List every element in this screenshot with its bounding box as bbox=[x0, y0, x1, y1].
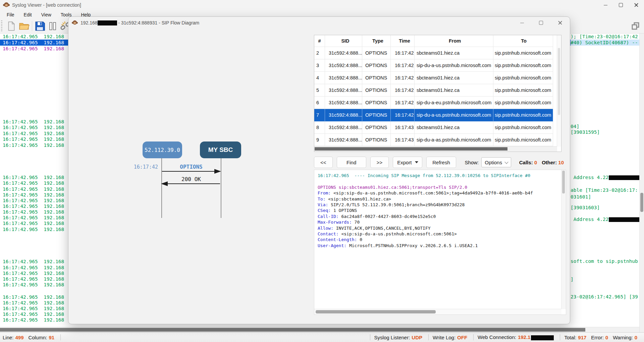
main-horizontal-scrollbar[interactable] bbox=[0, 327, 639, 332]
log-line[interactable]: 16:17:42.965 192.168 bbox=[3, 119, 64, 125]
log-line[interactable]: 16:17:42.965 192.168 bbox=[3, 46, 64, 52]
log-line-fragment[interactable]: 031601] bbox=[571, 194, 591, 200]
log-line[interactable]: 16:17:42.965 192.168 bbox=[3, 220, 64, 226]
log-line[interactable]: 16:17:42.965 192.168 bbox=[3, 300, 64, 306]
log-line-fragment[interactable]: soft.com to sip.pstnhub bbox=[571, 258, 638, 264]
flow-table-head: #SIDTypeTimeFromTo bbox=[314, 35, 561, 47]
flow-table-row[interactable]: 731c592:4:888...OPTIONS16:17:42sip-du-a-… bbox=[314, 109, 561, 121]
redaction-box bbox=[98, 20, 117, 25]
log-line[interactable]: 16:17:42.965 192.168 bbox=[3, 305, 64, 311]
log-line-fragment[interactable]: [39031603] bbox=[571, 205, 600, 211]
table-horizontal-scrollbar[interactable] bbox=[314, 146, 557, 152]
log-line-fragment[interactable]: able [Time:23-02@16:17: bbox=[571, 187, 638, 193]
column-header-to[interactable]: To bbox=[493, 35, 553, 47]
main-horizontal-scrollbar-thumb[interactable] bbox=[0, 328, 585, 332]
flow-table-body: 231c592:4:888...OPTIONS16:17:42sbcteams0… bbox=[314, 47, 561, 146]
new-file-button[interactable] bbox=[5, 20, 18, 32]
pause-button[interactable] bbox=[46, 20, 59, 32]
flow-table-row[interactable]: 831c592:4:888...OPTIONS16:17:43sbcteams0… bbox=[314, 121, 561, 134]
column-header-num[interactable]: # bbox=[314, 35, 325, 47]
log-line[interactable]: 16:17:42.965 192.168 bbox=[3, 270, 64, 276]
maximize-button[interactable] bbox=[613, 0, 629, 10]
sip-flow-dialog: 192.168 - 31c592:4:888931 - SIP Flow Dia… bbox=[68, 16, 570, 324]
close-button[interactable] bbox=[629, 0, 644, 10]
menu-view[interactable]: View bbox=[37, 11, 56, 18]
sip-message-pane[interactable]: 16:17:42.965 ---- Incoming SIP Message f… bbox=[314, 170, 566, 315]
log-line[interactable]: 16:17:42.965 192.168 bbox=[3, 197, 64, 204]
show-filter-value: Options bbox=[485, 160, 502, 165]
message-horizontal-scrollbar[interactable] bbox=[314, 309, 561, 315]
menu-file[interactable]: File bbox=[2, 11, 19, 18]
save-floppy-icon bbox=[35, 21, 45, 31]
save-button[interactable] bbox=[34, 20, 46, 32]
log-line[interactable]: 16:17:42.965 192.168 bbox=[3, 226, 64, 232]
flow-table-row[interactable]: 631c592:4:888...OPTIONS16:17:42sip-du-a-… bbox=[314, 97, 561, 109]
log-line[interactable]: 16:17:42.965 192.168 bbox=[3, 215, 64, 221]
column-header-time[interactable]: Time bbox=[391, 35, 415, 47]
sip-flow-diagram: 52.112.39.0 MY SBC 16:17:42 OPTIONS 200 … bbox=[68, 29, 303, 324]
message-horizontal-scrollbar-thumb[interactable] bbox=[316, 310, 436, 314]
log-line[interactable]: 16:17:42.965 192.168 bbox=[3, 192, 64, 198]
log-line-fragment[interactable]: ] bbox=[571, 276, 574, 282]
open-file-button[interactable] bbox=[18, 20, 31, 32]
export-button[interactable]: Export bbox=[393, 157, 422, 168]
log-line[interactable]: 16:17:42.965 192.168 bbox=[3, 180, 64, 186]
log-line[interactable]: 16:17:42.965 192.168 bbox=[3, 186, 64, 192]
log-line[interactable]: 16:17:42.965 192.168 bbox=[3, 294, 64, 300]
log-line[interactable]: 16:17:42.965 192.168 bbox=[3, 259, 64, 265]
find-button[interactable]: Find bbox=[337, 157, 366, 168]
flow-table-row[interactable]: 231c592:4:888...OPTIONS16:17:42sbcteams0… bbox=[314, 47, 561, 59]
show-filter-dropdown[interactable]: Options bbox=[481, 157, 511, 167]
cascade-windows-button[interactable] bbox=[629, 20, 642, 32]
log-line-fragment[interactable]: Address 4.22: bbox=[571, 174, 639, 180]
log-line-fragment[interactable]: [39031595] bbox=[571, 129, 600, 135]
table-horizontal-scrollbar-thumb[interactable] bbox=[315, 147, 507, 151]
main-vertical-scrollbar[interactable] bbox=[639, 34, 644, 332]
log-line[interactable]: 16:17:42.965 192.168 bbox=[3, 265, 64, 271]
flow-table-row[interactable]: 931c592:4:888...OPTIONS16:17:43sip-du-a-… bbox=[314, 134, 561, 146]
dialog-maximize-button[interactable] bbox=[536, 18, 546, 28]
dialog-titlebar: 192.168 - 31c592:4:888931 - SIP Flow Dia… bbox=[68, 17, 570, 29]
log-line[interactable]: 16:17:42.965 192.168 bbox=[3, 136, 64, 142]
log-line[interactable]: 16:17:42.965 192.168 bbox=[3, 130, 64, 136]
flow-table-row[interactable]: 431c592:4:888...OPTIONS16:17:42sbcteams0… bbox=[314, 72, 561, 84]
message-vertical-scrollbar[interactable] bbox=[561, 170, 566, 309]
column-header-type[interactable]: Type bbox=[362, 35, 391, 47]
log-line[interactable]: 16:17:42.965 192.168 bbox=[3, 282, 64, 288]
log-line[interactable]: 16:17:42.965 192.168 bbox=[3, 174, 64, 180]
refresh-button[interactable]: Refresh bbox=[426, 157, 456, 168]
column-header-from[interactable]: From bbox=[415, 35, 493, 47]
log-line[interactable]: 16:17:42.965 192.168 bbox=[3, 124, 64, 130]
log-line-fragment[interactable]: Address 4.22: bbox=[571, 216, 639, 222]
diagram-remote-box: 52.112.39.0 bbox=[143, 141, 182, 158]
flow-table-row[interactable]: 531c592:4:888...OPTIONS16:17:42sbcteams0… bbox=[314, 84, 561, 97]
main-vertical-scrollbar-thumb[interactable] bbox=[640, 193, 643, 212]
dialog-minimize-button[interactable] bbox=[517, 18, 527, 28]
menu-edit[interactable]: Edit bbox=[19, 11, 37, 18]
log-line-fragment[interactable]: #40) SocketID(40687) -- bbox=[571, 40, 639, 46]
message-vertical-scrollbar-thumb[interactable] bbox=[562, 171, 565, 193]
log-line[interactable]: 16:17:42.965 192.168 bbox=[3, 34, 64, 40]
show-label: Show: bbox=[465, 160, 479, 165]
log-line[interactable]: 16:17:42.965 192.168 bbox=[3, 203, 64, 209]
next-button[interactable]: >> bbox=[370, 157, 389, 168]
status-separator bbox=[473, 334, 474, 340]
previous-button[interactable]: << bbox=[314, 157, 333, 168]
dialog-close-button[interactable] bbox=[555, 18, 565, 28]
log-line[interactable]: 16:17:42.965 192.168 bbox=[3, 311, 64, 317]
dialog-controls-row: << Find >> Export Refresh Show: Options … bbox=[314, 157, 564, 168]
flow-table-row[interactable]: 331c592:4:888...OPTIONS16:17:42sip-du-a-… bbox=[314, 59, 561, 72]
column-header-sid[interactable]: SID bbox=[325, 35, 362, 47]
log-line-fragment[interactable]: 04] bbox=[571, 123, 579, 129]
log-line-fragment[interactable]: ); [Time:23-02@16:17:42 bbox=[571, 34, 638, 40]
status-item: Web Connection:192.1 bbox=[478, 334, 554, 340]
log-line[interactable]: 16:17:42.965 192.168 bbox=[3, 276, 64, 282]
log-line-fragment[interactable]: 23-02@16:17:42.965] [39 bbox=[571, 294, 638, 300]
table-vertical-scrollbar[interactable] bbox=[557, 35, 561, 147]
log-line[interactable]: 16:17:42.965 192.168 bbox=[3, 209, 64, 215]
minimize-button[interactable] bbox=[598, 0, 613, 10]
other-counter: Other: 10 bbox=[542, 160, 564, 165]
table-vertical-scrollbar-thumb[interactable] bbox=[558, 48, 560, 115]
log-line[interactable]: 16:17:42.965 192.168 bbox=[3, 317, 64, 323]
log-line[interactable]: 16:17:42.965 192.168 bbox=[3, 142, 64, 148]
